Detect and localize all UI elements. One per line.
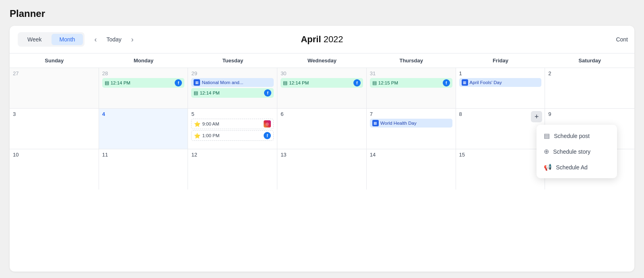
add-event-dropdown: ▤ Schedule post ⊕ Schedule story 📢 Sched… [537,125,617,178]
day-30: 30 ▤ 12:14 PM f [277,68,367,108]
event-time: 12:15 PM [378,80,398,85]
week-view-button[interactable]: Week [19,34,50,45]
post-icon: ▤ [283,80,287,86]
day-1: 1 ▦ April Fools' Day [456,68,545,108]
day-10: 10 [10,149,99,189]
day-31: 31 ▤ 12:15 PM f [367,68,456,108]
facebook-icon: f [264,89,271,97]
story-menu-icon: ⊕ [544,148,549,155]
event-time: 9:00 AM [202,121,219,126]
event-item[interactable]: ▤ 12:14 PM f [281,78,363,88]
header-tuesday: Tuesday [188,54,277,68]
event-time: 12:14 PM [111,80,130,85]
day-number: 5 [191,111,274,117]
post-icon: ▤ [372,80,377,86]
day-2: 2 [545,68,634,108]
event-item-dashed-2[interactable]: ⭐ 1:00 PM f [191,130,274,141]
event-time: 12:14 PM [200,91,219,95]
day-7: 7 ▦ World Health Day [367,109,456,149]
header-sunday: Sunday [10,54,99,68]
event-item[interactable]: ▤ 12:15 PM f [370,78,452,88]
event-item[interactable]: ▤ 12:14 PM f [191,88,274,98]
day-headers: Sunday Monday Tuesday Wednesday Thursday… [10,54,634,68]
day-4-today: 4 [99,109,188,149]
event-item[interactable]: ▦ April Fools' Day [459,78,542,87]
today-button[interactable]: Today [103,35,124,44]
calendar-icon: ▦ [194,79,200,86]
schedule-ad-item[interactable]: 📢 Schedule Ad [537,159,617,175]
schedule-ad-label: Schedule Ad [556,164,588,171]
day-12: 12 [188,149,277,189]
day-28: 28 ▤ 12:14 PM f [99,68,188,108]
month-view-button[interactable]: Month [52,34,83,45]
day-number: 3 [13,111,95,117]
day-number: 12 [191,152,274,158]
day-3: 3 [10,109,99,149]
ad-menu-icon: 📢 [544,163,552,171]
week-row-2: 3 4 5 ⭐ 9:00 AM ◎ ⭐ 1:00 PM f [10,109,634,149]
header-saturday: Saturday [545,54,634,68]
header-wednesday: Wednesday [277,54,367,68]
day-13: 13 [277,149,367,189]
instagram-icon: ◎ [264,120,271,128]
facebook-icon: f [264,132,271,139]
next-button[interactable]: › [128,34,137,45]
day-number: 30 [281,70,363,76]
schedule-post-label: Schedule post [554,133,590,139]
day-number: 10 [13,152,95,158]
day-number: 29 [191,70,274,76]
day-number: 7 [370,111,452,117]
calendar-icon: ▦ [372,120,379,126]
header-monday: Monday [99,54,188,68]
star-icon: ⭐ [194,121,200,127]
page-container: Planner Week Month ‹ Today › April 2022 … [0,0,644,278]
day-number: 13 [281,152,363,158]
cont-button[interactable]: Cont [616,36,628,43]
add-event-button[interactable]: + [531,111,542,122]
day-27: 27 [10,68,99,108]
week-row-1: 27 28 ▤ 12:14 PM f 29 ▦ National Mom and… [10,68,634,109]
day-number: 28 [102,70,185,76]
event-time: 1:00 PM [202,133,219,138]
calendar-card: Week Month ‹ Today › April 2022 Cont Sun… [10,26,634,272]
post-icon: ▤ [194,90,198,96]
event-item[interactable]: ▦ National Mom and... [191,78,274,87]
nav-controls: ‹ Today › [91,34,136,45]
day-number: 8 [459,111,542,117]
day-number: 2 [548,70,631,76]
event-item-dashed[interactable]: ⭐ 9:00 AM ◎ [191,119,274,129]
day-14: 14 [367,149,456,189]
event-time: 12:14 PM [289,80,309,85]
day-15: 15 [456,149,545,189]
view-toggle: Week Month [18,32,85,47]
schedule-post-item[interactable]: ▤ Schedule post [537,128,617,144]
day-11: 11 [99,149,188,189]
header-friday: Friday [456,54,545,68]
schedule-story-item[interactable]: ⊕ Schedule story [537,144,617,159]
calendar-header: Week Month ‹ Today › April 2022 Cont [10,26,634,54]
facebook-icon: f [353,79,361,86]
prev-button[interactable]: ‹ [91,34,100,45]
event-text: April Fools' Day [470,80,502,85]
day-number: 31 [370,70,452,76]
month-year-title: April 2022 [301,34,343,45]
day-number: 15 [459,152,542,158]
day-6: 6 [277,109,367,149]
day-number: 4 [102,111,185,117]
facebook-icon: f [175,79,182,86]
day-29: 29 ▦ National Mom and... ▤ 12:14 PM f [188,68,277,108]
calendar-icon: ▦ [462,79,468,86]
day-number: 11 [102,152,185,158]
day-number: 9 [548,111,631,117]
post-menu-icon: ▤ [544,132,550,140]
page-title: Planner [10,8,634,19]
event-item[interactable]: ▦ World Health Day [370,119,452,128]
schedule-story-label: Schedule story [553,148,590,155]
event-text: World Health Day [380,121,417,126]
day-8: 8 + ▤ Schedule post ⊕ Schedule story [456,109,545,149]
star-icon: ⭐ [194,133,200,139]
event-text: National Mom and... [202,80,243,85]
day-number: 6 [281,111,363,117]
header-thursday: Thursday [367,54,456,68]
event-item[interactable]: ▤ 12:14 PM f [102,78,185,88]
